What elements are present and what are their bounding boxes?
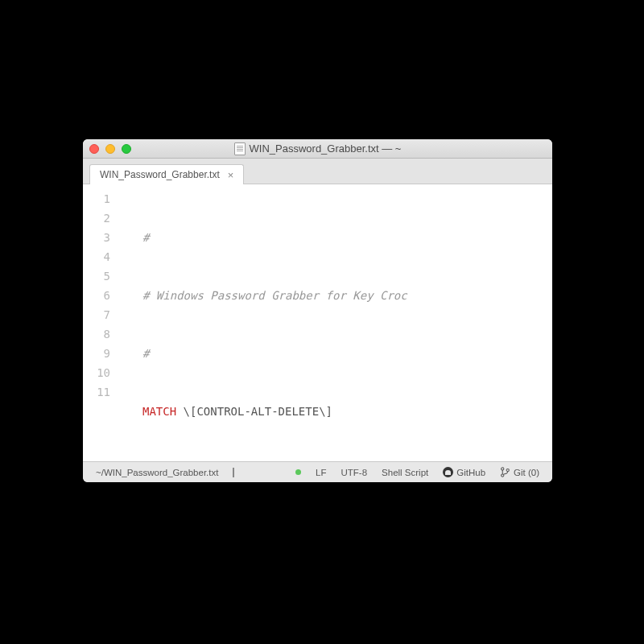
svg-point-0 [502, 468, 504, 470]
line-number: 8 [83, 324, 120, 344]
clean-dot-icon [295, 469, 301, 475]
tab-bar: WIN_Password_Grabber.txt × [83, 159, 552, 184]
line-number: 4 [83, 247, 120, 266]
line-number: 9 [83, 344, 120, 363]
status-line-ending[interactable]: LF [311, 468, 331, 477]
titlebar[interactable]: WIN_Password_Grabber.txt — ~ [83, 139, 552, 159]
minimize-window-button[interactable] [105, 144, 115, 154]
line-number: 11 [83, 382, 120, 402]
cursor-icon [233, 468, 234, 477]
tab-file[interactable]: WIN_Password_Grabber.txt × [89, 164, 244, 184]
status-encoding[interactable]: UTF-8 [336, 468, 372, 477]
close-tab-icon[interactable]: × [228, 170, 234, 180]
svg-point-2 [506, 469, 509, 471]
tab-label: WIN_Password_Grabber.txt [100, 169, 220, 180]
status-cursor[interactable] [228, 468, 239, 477]
status-syntax-text: Shell Script [382, 468, 428, 477]
status-github[interactable]: GitHub [438, 467, 490, 477]
git-branch-icon [500, 467, 510, 477]
close-window-button[interactable] [89, 144, 99, 154]
status-git[interactable]: Git (0) [495, 467, 544, 477]
line-number: 5 [83, 266, 120, 286]
maximize-window-button[interactable] [122, 144, 131, 154]
status-path[interactable]: ~/WIN_Password_Grabber.txt [91, 468, 223, 477]
status-line-ending-text: LF [316, 468, 326, 477]
status-bar: ~/WIN_Password_Grabber.txt LF UTF-8 Shel… [83, 461, 552, 482]
line-number-gutter: 1 2 3 4 5 6 7 8 9 10 11 [83, 184, 120, 461]
status-syntax[interactable]: Shell Script [377, 468, 433, 477]
status-encoding-text: UTF-8 [341, 468, 367, 477]
line-number: 7 [83, 305, 120, 324]
line-number: 10 [83, 363, 120, 382]
editor-window: WIN_Password_Grabber.txt — ~ WIN_Passwor… [83, 139, 552, 482]
window-title: WIN_Password_Grabber.txt — ~ [83, 142, 552, 155]
traffic-lights [89, 144, 131, 154]
code-comment: # [142, 347, 149, 360]
line-number: 3 [83, 228, 120, 247]
code-text: \[CONTROL-ALT-DELETE\] [176, 405, 332, 418]
line-number: 2 [83, 208, 120, 228]
editor-area: 1 2 3 4 5 6 7 8 9 10 11 # # Windows Pass… [83, 184, 552, 461]
file-icon [234, 142, 246, 155]
code-comment: # Windows Password Grabber for Key Croc [142, 289, 407, 302]
line-number: 6 [83, 286, 120, 305]
github-icon [443, 467, 453, 477]
line-number: 1 [83, 189, 120, 208]
code-keyword: MATCH [142, 405, 176, 418]
status-path-text: ~/WIN_Password_Grabber.txt [96, 468, 218, 477]
status-github-text: GitHub [456, 468, 485, 477]
status-git-text: Git (0) [514, 468, 539, 477]
code-area[interactable]: # # Windows Password Grabber for Key Cro… [120, 184, 552, 461]
svg-point-1 [502, 474, 504, 477]
window-title-text: WIN_Password_Grabber.txt — ~ [250, 142, 402, 155]
code-comment: # [142, 231, 149, 244]
status-clean[interactable] [291, 469, 306, 475]
